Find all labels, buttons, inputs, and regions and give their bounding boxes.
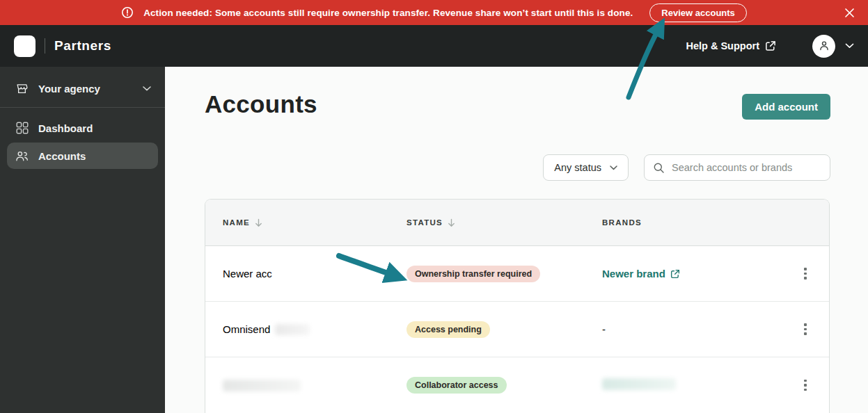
- close-icon[interactable]: [843, 6, 855, 19]
- sidebar-item-accounts[interactable]: Accounts: [7, 143, 158, 169]
- chevron-down-icon: [610, 165, 617, 170]
- user-icon: [818, 40, 830, 52]
- add-account-button[interactable]: Add account: [742, 94, 830, 120]
- status-badge: Collaborator access: [407, 377, 507, 394]
- redacted-text: [275, 324, 310, 335]
- sort-arrow-icon: [448, 218, 455, 227]
- sidebar-item-dashboard[interactable]: Dashboard: [7, 115, 158, 141]
- brand-cell: [602, 378, 798, 393]
- banner-message: Action needed: Some accounts still requi…: [143, 8, 633, 18]
- column-header-status[interactable]: STATUS: [407, 218, 602, 227]
- brand-cell: -: [602, 323, 798, 335]
- redacted-text: [602, 378, 676, 390]
- review-accounts-button[interactable]: Review accounts: [649, 3, 747, 22]
- table-row: Collaborator access: [205, 357, 829, 413]
- top-bar: Partners Help & Support: [0, 25, 868, 67]
- column-header-name[interactable]: NAME: [223, 218, 407, 227]
- product-name: Partners: [54, 38, 111, 54]
- accounts-table: NAME STATUS BRANDS Newer acc Ownership t…: [205, 199, 830, 413]
- people-icon: [15, 150, 29, 162]
- search-icon: [653, 162, 665, 174]
- search-input[interactable]: [672, 162, 821, 173]
- row-actions-kebab-icon[interactable]: [798, 265, 812, 282]
- table-row: Newer acc Ownership transfer required Ne…: [205, 246, 829, 302]
- status-badge: Ownership transfer required: [407, 266, 540, 282]
- main-content: Accounts Add account Any status NA: [165, 67, 868, 413]
- chevron-down-icon[interactable]: [845, 43, 854, 49]
- sidebar-item-label: Your agency: [38, 83, 100, 95]
- logo-divider: [45, 38, 45, 54]
- avatar[interactable]: [812, 35, 835, 58]
- help-support-label: Help & Support: [686, 40, 759, 51]
- column-header-brands[interactable]: BRANDS: [602, 218, 798, 227]
- sidebar-item-label: Accounts: [38, 150, 86, 162]
- sort-arrow-icon: [255, 218, 262, 227]
- filters-row: Any status: [543, 154, 830, 181]
- redacted-text: [223, 380, 301, 391]
- sidebar: Your agency Dashboard: [0, 67, 165, 413]
- account-name: Omnisend: [223, 323, 407, 335]
- table-header-row: NAME STATUS BRANDS: [205, 200, 829, 246]
- storefront-icon: [15, 82, 29, 95]
- omnisend-logo-icon[interactable]: [14, 35, 35, 57]
- account-name: Newer acc: [223, 268, 407, 280]
- help-support-link[interactable]: Help & Support: [686, 40, 776, 51]
- alert-banner: Action needed: Some accounts still requi…: [0, 0, 868, 25]
- dashboard-grid-icon: [15, 122, 29, 134]
- alert-circle-icon: [121, 6, 134, 19]
- brand-link[interactable]: Newer brand: [602, 268, 798, 280]
- table-row: Omnisend Access pending -: [205, 302, 829, 357]
- search-box: [644, 154, 830, 181]
- chevron-down-icon: [143, 86, 151, 91]
- row-actions-kebab-icon[interactable]: [798, 377, 812, 394]
- account-name: [223, 380, 407, 391]
- sidebar-item-label: Dashboard: [38, 122, 93, 134]
- sidebar-divider: [0, 107, 165, 108]
- page-title: Accounts: [205, 90, 317, 118]
- status-filter-value: Any status: [554, 162, 601, 173]
- external-link-icon: [765, 40, 776, 51]
- status-filter-dropdown[interactable]: Any status: [543, 154, 629, 181]
- external-link-icon: [670, 269, 680, 279]
- row-actions-kebab-icon[interactable]: [798, 321, 812, 338]
- sidebar-item-your-agency[interactable]: Your agency: [7, 75, 158, 102]
- status-badge: Access pending: [407, 321, 490, 338]
